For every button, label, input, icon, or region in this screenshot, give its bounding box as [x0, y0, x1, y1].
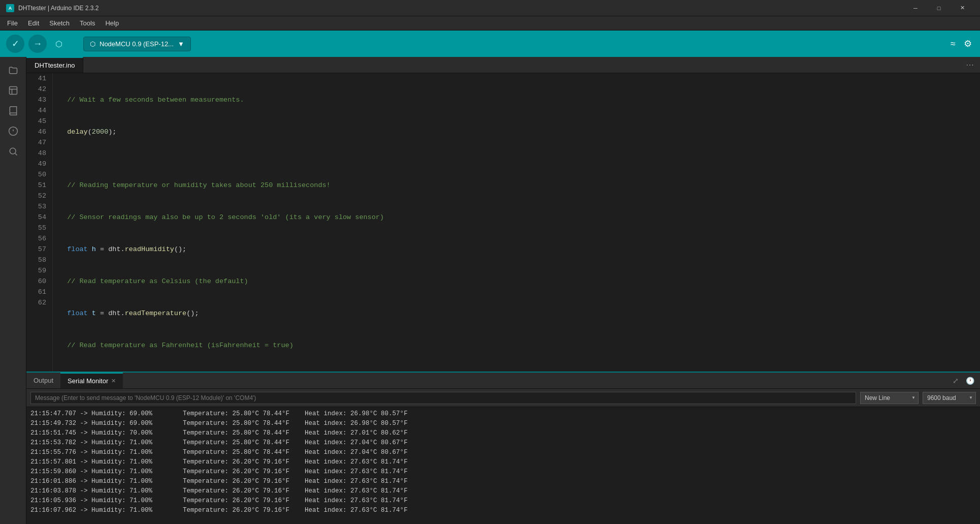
board-label: NodeMCU 0.9 (ESP-12...	[100, 40, 174, 48]
output-tab-label: Output	[34, 377, 53, 384]
app-icon: A	[6, 4, 14, 12]
clock-icon[interactable]: 🕐	[964, 375, 976, 387]
serial-line: 21:15:53.782 -> Humidity: 71.00% Tempera…	[30, 438, 976, 448]
serial-monitor-tab-label: Serial Monitor	[68, 377, 108, 385]
debug-button[interactable]: ⬡	[51, 36, 67, 52]
debug-icon[interactable]	[4, 122, 22, 140]
menu-sketch[interactable]: Sketch	[44, 17, 75, 29]
app-title: DHTtester | Arduino IDE 2.3.2	[18, 5, 99, 12]
line-numbers: 41 42 43 44 45 46 47 48 49 50 51 52 53 5…	[26, 73, 53, 372]
new-line-selector-wrapper: New Line No line ending Carriage return …	[860, 392, 919, 404]
code-editor[interactable]: 41 42 43 44 45 46 47 48 49 50 51 52 53 5…	[26, 73, 980, 372]
board-dropdown-icon: ▼	[178, 40, 184, 48]
svg-point-6	[10, 148, 16, 154]
serial-line: 21:16:03.878 -> Humidity: 71.00% Tempera…	[30, 486, 976, 496]
code-content: // Wait a few seconds between measuremen…	[53, 73, 980, 372]
library-icon[interactable]	[4, 102, 22, 120]
upload-button[interactable]: →	[28, 35, 47, 53]
tab-output[interactable]: Output	[26, 373, 60, 388]
close-button[interactable]: ✕	[951, 0, 974, 16]
serial-plot-button[interactable]: ≈	[949, 37, 958, 51]
bottom-tabs: Output Serial Monitor ✕ ⤢ 🕐	[26, 373, 980, 389]
bottom-tab-right: ⤢ 🕐	[945, 373, 980, 388]
svg-rect-0	[9, 87, 17, 95]
main-layout: DHTtester.ino ⋯ 41 42 43 44 45 46 47 48 …	[0, 57, 980, 524]
serial-line: 21:15:57.801 -> Humidity: 71.00% Tempera…	[30, 457, 976, 467]
board-selector[interactable]: ⬡ NodeMCU 0.9 (ESP-12... ▼	[83, 37, 191, 51]
menu-tools[interactable]: Tools	[75, 17, 100, 29]
baud-rate-selector[interactable]: 300 baud 1200 baud 2400 baud 4800 baud 9…	[923, 392, 976, 404]
title-bar: A DHTtester | Arduino IDE 2.3.2 ─ □ ✕	[0, 0, 980, 16]
baud-rate-selector-wrapper: 300 baud 1200 baud 2400 baud 4800 baud 9…	[923, 392, 976, 404]
menu-edit[interactable]: Edit	[23, 17, 44, 29]
serial-line: 21:15:55.776 -> Humidity: 71.00% Tempera…	[30, 448, 976, 457]
toolbar: ✓ → ⬡ ⬡ NodeMCU 0.9 (ESP-12... ▼ ≈ ⚙	[0, 30, 980, 57]
serial-line: 21:15:49.732 -> Humidity: 69.00% Tempera…	[30, 419, 976, 428]
svg-line-7	[15, 153, 17, 156]
menu-file[interactable]: File	[2, 17, 23, 29]
serial-line: 21:15:47.707 -> Humidity: 69.00% Tempera…	[30, 409, 976, 419]
serial-input[interactable]	[30, 392, 856, 404]
serial-line: 21:15:51.745 -> Humidity: 70.00% Tempera…	[30, 428, 976, 438]
tab-dhtester[interactable]: DHTtester.ino	[26, 57, 83, 73]
bottom-panel: Output Serial Monitor ✕ ⤢ 🕐 New Line No	[26, 372, 980, 524]
menu-bar: File Edit Sketch Tools Help	[0, 16, 980, 30]
serial-monitor-toolbar-button[interactable]: ⚙	[962, 36, 974, 51]
tab-bar: DHTtester.ino ⋯	[26, 57, 980, 73]
menu-help[interactable]: Help	[100, 17, 124, 29]
tab-label: DHTtester.ino	[35, 61, 75, 69]
tab-menu-button[interactable]: ⋯	[960, 57, 980, 73]
new-line-selector[interactable]: New Line No line ending Carriage return …	[860, 392, 919, 404]
serial-toolbar: New Line No line ending Carriage return …	[26, 389, 980, 407]
folder-icon[interactable]	[4, 61, 22, 79]
minimize-button[interactable]: ─	[904, 0, 927, 16]
editor-area: DHTtester.ino ⋯ 41 42 43 44 45 46 47 48 …	[26, 57, 980, 524]
left-sidebar	[0, 57, 26, 524]
serial-output[interactable]: 21:15:47.707 -> Humidity: 69.00% Tempera…	[26, 407, 980, 524]
serial-line: 21:16:05.936 -> Humidity: 71.00% Tempera…	[30, 496, 976, 506]
serial-line: 21:16:07.962 -> Humidity: 71.00% Tempera…	[30, 506, 976, 515]
window-controls: ─ □ ✕	[904, 0, 974, 16]
toolbar-right: ≈ ⚙	[949, 36, 974, 51]
usb-icon: ⬡	[90, 40, 95, 48]
maximize-button[interactable]: □	[927, 0, 951, 16]
serial-line: 21:16:01.886 -> Humidity: 71.00% Tempera…	[30, 477, 976, 486]
serial-line: 21:15:59.860 -> Humidity: 71.00% Tempera…	[30, 467, 976, 477]
verify-button[interactable]: ✓	[6, 35, 24, 53]
tab-serial-monitor[interactable]: Serial Monitor ✕	[60, 373, 123, 388]
search-icon[interactable]	[4, 142, 22, 161]
serial-monitor-close-icon[interactable]: ✕	[111, 378, 116, 384]
board-manager-icon[interactable]	[4, 81, 22, 100]
expand-icon[interactable]: ⤢	[950, 375, 962, 387]
